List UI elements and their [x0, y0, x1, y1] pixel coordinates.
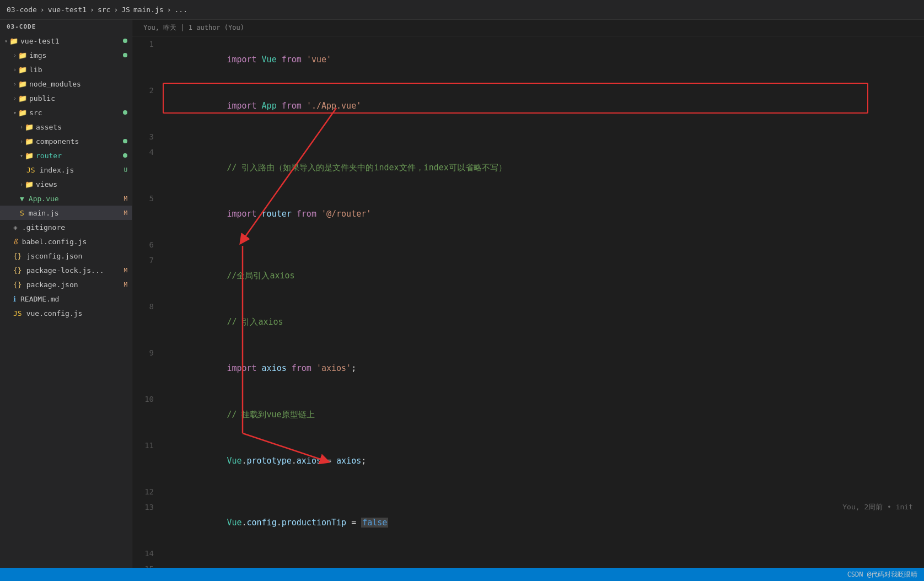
folder-icon: 📁 — [25, 137, 34, 146]
project-label: vue-test1 — [48, 6, 87, 14]
sidebar-item-label: .gitignore — [22, 223, 132, 232]
main-layout: 03-CODE ▾ 📁 vue-test1 › 📁 imgs › 📁 lib ›… — [0, 20, 924, 568]
code-line-8: 8 // 引入axios — [132, 299, 924, 345]
chevron-right-icon: › — [13, 67, 17, 73]
babel-file-icon: ß — [13, 238, 18, 246]
vue-file-icon: ▼ — [20, 195, 24, 203]
sidebar-item-label: README.md — [20, 295, 132, 303]
sidebar-item-label: App.vue — [29, 195, 124, 203]
sidebar-item-lib[interactable]: › 📁 lib — [0, 62, 132, 77]
sidebar-item-main-js[interactable]: S main.js M — [0, 206, 132, 220]
code-line-11: 11 Vue.prototype.axios = axios; — [132, 438, 924, 484]
js-file-icon: S — [20, 209, 24, 217]
sidebar-item-src[interactable]: ▾ 📁 src — [0, 105, 132, 120]
status-dot — [123, 53, 127, 57]
sidebar-item-imgs[interactable]: › 📁 imgs — [0, 48, 132, 62]
line-content: Vue.prototype.axios = axios; — [163, 438, 924, 484]
code-line-12: 12 — [132, 484, 924, 499]
line-content: // 挂载到vue原型链上 — [163, 391, 924, 438]
chevron-down-icon: ▾ — [20, 153, 23, 159]
sidebar-item-label: package.json — [26, 281, 124, 289]
sidebar-item-vue-test1[interactable]: ▾ 📁 vue-test1 — [0, 34, 132, 48]
code-line-7: 7 //全局引入axios — [132, 252, 924, 299]
line-number: 5 — [132, 191, 163, 237]
src-label: src — [98, 6, 110, 14]
folder-icon: 📁 — [9, 37, 18, 45]
line-number: 2 — [132, 83, 163, 129]
sidebar: 03-CODE ▾ 📁 vue-test1 › 📁 imgs › 📁 lib ›… — [0, 20, 132, 568]
sidebar-item-assets[interactable]: › 📁 assets — [0, 120, 132, 134]
sidebar-item-label: vue.config.js — [26, 309, 132, 318]
code-line-13: 13 Vue.config.productionTip = false You,… — [132, 499, 924, 546]
line-number: 11 — [132, 438, 163, 484]
chevron-right-icon: › — [20, 124, 23, 130]
code-line-14: 14 — [132, 546, 924, 561]
breadcrumb-sep4: › — [167, 6, 171, 14]
line-annotation: You, 2周前 • init — [842, 499, 924, 546]
file-badge: M — [123, 281, 127, 288]
sidebar-item-vue-config[interactable]: JS vue.config.js — [0, 306, 132, 320]
file-badge: M — [123, 195, 127, 202]
line-number: 14 — [132, 546, 163, 561]
sidebar-item-label: vue-test1 — [20, 37, 123, 45]
sidebar-item-label: package-lock.js... — [26, 266, 124, 275]
sidebar-item-components[interactable]: › 📁 components — [0, 134, 132, 148]
status-dot — [123, 153, 127, 158]
line-number: 13 — [132, 499, 163, 546]
sidebar-item-readme[interactable]: ℹ README.md — [0, 292, 132, 306]
code-line-15: 15 new Vue({ — [132, 561, 924, 568]
line-content: import axios from 'axios'; — [163, 345, 924, 391]
sidebar-item-views[interactable]: › 📁 views — [0, 177, 132, 191]
code-line-1: 1 import Vue from 'vue' — [132, 36, 924, 83]
code-area[interactable]: 1 import Vue from 'vue' 2 import App fro… — [132, 36, 924, 568]
sidebar-item-router[interactable]: ▾ 📁 router — [0, 148, 132, 163]
chevron-down-icon: ▾ — [13, 110, 17, 116]
code-line-2: 2 import App from './App.vue' — [132, 83, 924, 129]
sidebar-item-gitignore[interactable]: ◈ .gitignore — [0, 220, 132, 234]
line-number: 12 — [132, 484, 163, 499]
folder-icon: 📁 — [25, 152, 34, 160]
line-content — [163, 484, 924, 499]
line-content: import Vue from 'vue' — [163, 36, 924, 83]
folder-label: 03-code — [7, 6, 37, 14]
status-dot — [123, 110, 127, 115]
sidebar-item-index-js[interactable]: JS index.js U — [0, 163, 132, 177]
sidebar-item-label: babel.config.js — [22, 238, 132, 246]
watermark: CSDN @代码对我眨眼晴 — [847, 570, 917, 579]
sidebar-item-jsconfig[interactable]: {} jsconfig.json — [0, 249, 132, 263]
code-line-9: 9 import axios from 'axios'; — [132, 345, 924, 391]
sidebar-item-node-modules[interactable]: › 📁 node_modules — [0, 77, 132, 91]
status-dot — [123, 39, 127, 43]
sidebar-item-package-json[interactable]: {} package.json M — [0, 277, 132, 292]
git-file-icon: ◈ — [13, 223, 18, 232]
sidebar-item-label: components — [36, 137, 123, 146]
sidebar-item-babel-config[interactable]: ß babel.config.js — [0, 234, 132, 249]
code-line-5: 5 import router from '@/router' — [132, 191, 924, 237]
line-content: Vue.config.productionTip = false — [163, 499, 842, 546]
sidebar-header: 03-CODE — [0, 20, 132, 34]
folder-icon: 📁 — [18, 51, 27, 60]
top-bar: 03-code › vue-test1 › src › JS main.js ›… — [0, 0, 924, 20]
file-badge: M — [123, 209, 127, 217]
sidebar-item-label: main.js — [29, 209, 124, 217]
ellipsis-label: ... — [175, 6, 187, 14]
chevron-right-icon: › — [13, 52, 17, 58]
chevron-right-icon: › — [13, 81, 17, 87]
json-file-icon: {} — [13, 266, 22, 275]
line-number: 6 — [132, 237, 163, 252]
chevron-right-icon: › — [20, 138, 23, 144]
sidebar-item-public[interactable]: › 📁 public — [0, 91, 132, 105]
sidebar-item-label: assets — [36, 123, 132, 131]
sidebar-item-app-vue[interactable]: ▼ App.vue M — [0, 191, 132, 206]
chevron-right-icon: › — [20, 181, 23, 187]
sidebar-item-label: src — [29, 109, 123, 117]
sidebar-item-label: lib — [29, 66, 132, 74]
chevron-right-icon: › — [13, 95, 17, 101]
sidebar-item-package-lock[interactable]: {} package-lock.js... M — [0, 263, 132, 277]
js-file-icon: JS — [13, 309, 22, 318]
folder-icon: 📁 — [18, 109, 27, 117]
breadcrumb-sep1: › — [40, 6, 45, 14]
chevron-down-icon: ▾ — [4, 38, 8, 44]
json-file-icon: {} — [13, 252, 22, 260]
line-number: 10 — [132, 391, 163, 438]
